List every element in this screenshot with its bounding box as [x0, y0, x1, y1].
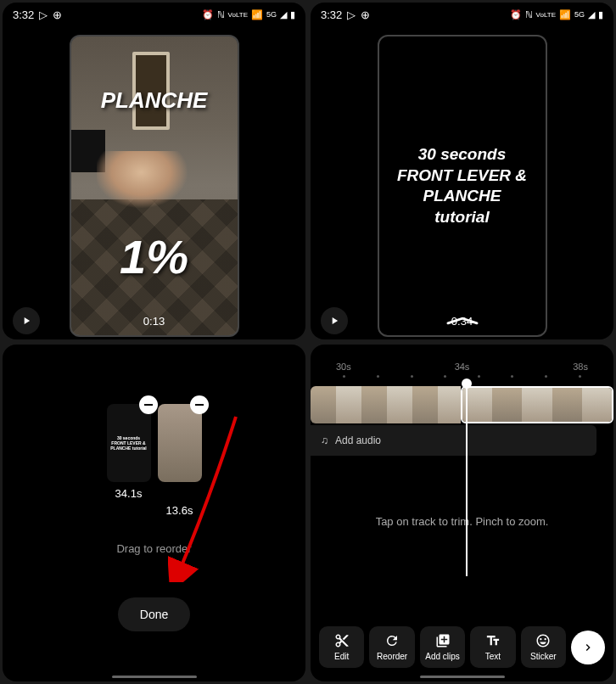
video-title-overlay: PLANCHE	[71, 87, 238, 114]
scissors-icon	[334, 633, 350, 648]
volte-icon: VoLTE	[228, 11, 248, 19]
video-preview[interactable]: PLANCHE 1%	[70, 35, 239, 337]
reorder-button[interactable]: Reorder	[369, 626, 414, 668]
signal2-icon: ◢	[588, 9, 595, 20]
signal-icon: 📶	[559, 9, 571, 20]
playhead[interactable]	[466, 379, 468, 576]
tutorial-title-overlay: 30 seconds FRONT LEVER & PLANCHE tutoria…	[379, 144, 546, 228]
next-button[interactable]	[571, 631, 605, 664]
preview-container: 30 seconds FRONT LEVER & PLANCHE tutoria…	[311, 26, 613, 339]
status-time: 3:32	[321, 8, 342, 21]
music-note-icon: ♫	[321, 435, 328, 446]
video-track[interactable]	[311, 386, 613, 423]
clip-item[interactable]: 30 seconds FRONT LEVER & PLANCHE tutoria…	[107, 404, 151, 500]
5g-icon: 5G	[574, 10, 585, 19]
download-icon: ⊕	[53, 8, 62, 21]
screen-preview-planche: 3:32 ▷ ⊕ ⏰ ℕ VoLTE 📶 5G ◢ ▮ PLANCHE 1% 0…	[3, 3, 305, 339]
ruler-mark: 30s	[336, 362, 351, 372]
sticker-button[interactable]: Sticker	[521, 626, 566, 668]
track-clip-1[interactable]	[311, 386, 461, 423]
battery-icon: ▮	[290, 9, 295, 20]
remove-clip-button[interactable]	[190, 395, 209, 414]
play-button[interactable]	[13, 307, 40, 334]
add-audio-label: Add audio	[335, 435, 381, 446]
clip-item[interactable]: 13.6s	[158, 404, 202, 500]
ruler-mark: 34s	[455, 362, 470, 372]
home-indicator[interactable]	[420, 676, 505, 678]
tool-label: Edit	[334, 652, 349, 661]
video-timestamp: 0:13	[40, 315, 268, 328]
alarm-icon: ⏰	[202, 9, 214, 20]
ruler-mark: 38s	[573, 362, 588, 372]
playback-bar: 0:13	[3, 307, 305, 334]
5g-icon: 5G	[266, 10, 277, 19]
timeline-ruler: 30s 34s 38s	[311, 362, 613, 372]
play-store-icon: ▷	[347, 8, 356, 21]
playback-bar: 0:34	[311, 307, 613, 334]
signal2-icon: ◢	[280, 9, 287, 20]
tool-label: Reorder	[377, 652, 407, 661]
video-timestamp: 0:34	[348, 315, 576, 328]
sticker-icon	[535, 633, 551, 648]
battery-icon: ▮	[598, 9, 603, 20]
status-bar: 3:32 ▷ ⊕ ⏰ ℕ VoLTE 📶 5G ◢ ▮	[3, 3, 305, 26]
screen-reorder: 30 seconds FRONT LEVER & PLANCHE tutoria…	[3, 345, 305, 681]
play-icon	[328, 315, 340, 327]
nfc-icon: ℕ	[217, 9, 225, 20]
chevron-right-icon	[581, 641, 595, 654]
alarm-icon: ⏰	[510, 9, 522, 20]
preview-container: PLANCHE 1%	[3, 26, 305, 339]
clip-thumbnail: 30 seconds FRONT LEVER & PLANCHE tutoria…	[107, 404, 151, 482]
screen-preview-tutorial: 3:32 ▷ ⊕ ⏰ ℕ VoLTE 📶 5G ◢ ▮ 30 seconds F…	[311, 3, 613, 339]
nfc-icon: ℕ	[525, 9, 533, 20]
volte-icon: VoLTE	[536, 11, 556, 19]
clips-container: 30 seconds FRONT LEVER & PLANCHE tutoria…	[107, 404, 202, 500]
home-indicator[interactable]	[112, 676, 197, 678]
toolbar: Edit Reorder Add clips Text Sticker	[311, 626, 613, 668]
ruler-ticks	[311, 375, 613, 378]
reorder-hint: Drag to reorder	[116, 542, 191, 555]
play-button[interactable]	[321, 307, 348, 334]
status-bar: 3:32 ▷ ⊕ ⏰ ℕ VoLTE 📶 5G ◢ ▮	[311, 3, 613, 26]
status-time: 3:32	[13, 8, 34, 21]
edit-button[interactable]: Edit	[319, 626, 364, 668]
video-percent-overlay: 1%	[71, 229, 238, 284]
add-audio-button[interactable]: ♫ Add audio	[311, 425, 596, 456]
track-clip-2-selected[interactable]	[461, 386, 613, 423]
reload-icon	[384, 633, 400, 648]
text-icon	[485, 633, 501, 648]
text-button[interactable]: Text	[470, 626, 515, 668]
screen-editor: 30s 34s 38s ♫ Add audio Tap on track to …	[311, 345, 613, 681]
done-button[interactable]: Done	[118, 597, 190, 631]
clip-thumbnail	[158, 404, 202, 482]
remove-clip-button[interactable]	[139, 395, 158, 414]
tool-label: Add clips	[425, 652, 460, 661]
video-preview[interactable]: 30 seconds FRONT LEVER & PLANCHE tutoria…	[378, 35, 547, 337]
signal-icon: 📶	[251, 9, 263, 20]
play-icon	[20, 315, 32, 327]
play-store-icon: ▷	[39, 8, 48, 21]
tool-label: Sticker	[530, 652, 557, 661]
clip-duration: 13.6s	[166, 504, 193, 517]
add-clips-button[interactable]: Add clips	[420, 626, 465, 668]
clip-duration: 34.1s	[115, 487, 143, 500]
download-icon: ⊕	[361, 8, 370, 21]
clip-thumb-text: 30 seconds FRONT LEVER & PLANCHE tutoria…	[107, 432, 151, 454]
editor-hint: Tap on track to trim. Pinch to zoom.	[311, 515, 613, 528]
scene-person	[97, 151, 224, 236]
tool-label: Text	[485, 652, 501, 661]
add-clip-icon	[435, 633, 451, 648]
